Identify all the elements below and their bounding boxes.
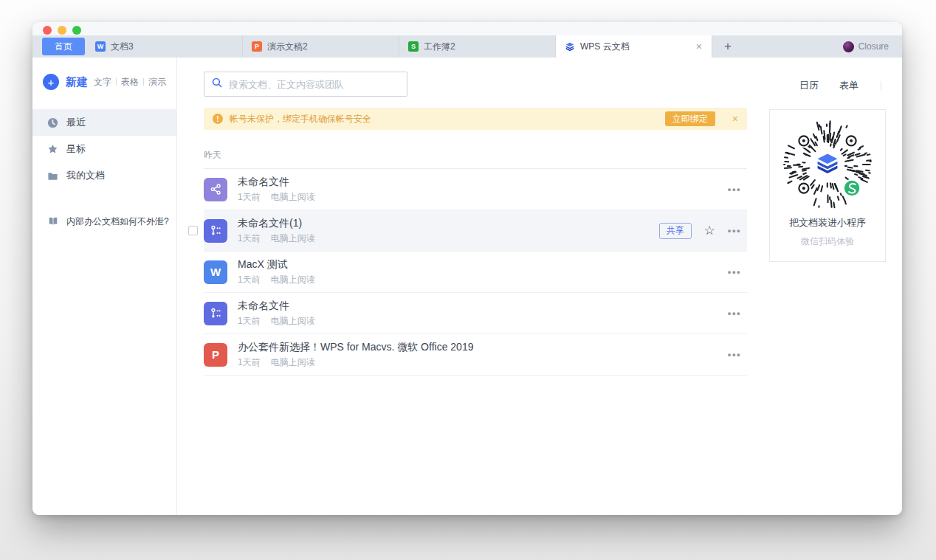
- warning-icon: !: [213, 114, 223, 124]
- tab-label: 工作簿2: [424, 41, 455, 53]
- calendar-link[interactable]: 日历: [799, 79, 819, 92]
- meta-time: 1天前: [238, 315, 261, 328]
- flowchart-icon: [204, 302, 227, 325]
- tab-label: 文档3: [111, 41, 134, 53]
- wechat-qr-code: [782, 119, 873, 210]
- document-title: MacX 测试: [238, 258, 315, 272]
- document-meta: 1天前 电脑上阅读: [238, 315, 315, 328]
- banner-text: 帐号未保护，绑定手机确保帐号安全: [230, 113, 371, 125]
- minimize-window-button[interactable]: [58, 26, 66, 35]
- star-outline-icon[interactable]: ☆: [704, 224, 715, 237]
- new-document-button[interactable]: + 新建: [43, 74, 88, 90]
- meta-time: 1天前: [238, 356, 261, 369]
- wechat-mini-program-icon: [844, 180, 861, 197]
- document-row[interactable]: P 办公套件新选择！WPS for Macvs. 微软 Office 2019 …: [204, 334, 747, 376]
- writer-doc-icon: W: [204, 260, 227, 284]
- document-list-column: ! 帐号未保护，绑定手机确保帐号安全 立即绑定 × 昨天: [204, 72, 747, 515]
- close-window-button[interactable]: [43, 26, 52, 35]
- meta-source: 电脑上阅读: [271, 356, 315, 369]
- sidebar-item-starred[interactable]: 星标: [32, 136, 176, 162]
- close-tab-icon[interactable]: ×: [694, 41, 704, 52]
- desktop-background: 首页 W 文档3 P 演示文稿2 S 工作簿2: [0, 0, 936, 560]
- share-nodes-icon: [204, 178, 227, 201]
- meta-source: 电脑上阅读: [271, 274, 315, 286]
- bind-now-button[interactable]: 立即绑定: [665, 111, 715, 126]
- tab-label: WPS 云文档: [580, 41, 630, 53]
- search-box[interactable]: [204, 72, 407, 97]
- document-row[interactable]: W MacX 测试 1天前 电脑上阅读 •••: [204, 252, 747, 293]
- username-label: Closure: [858, 41, 889, 52]
- sidebar-item-my-documents[interactable]: 我的文档: [32, 162, 176, 189]
- meta-source: 电脑上阅读: [271, 315, 315, 328]
- sidebar-promo-label: 内部办公文档如何不外泄?: [66, 215, 169, 228]
- tab-workbook2[interactable]: S 工作簿2: [399, 35, 556, 58]
- quick-create-presentation[interactable]: 演示: [144, 76, 171, 89]
- row-checkbox[interactable]: [188, 226, 198, 235]
- sidebar-item-label: 星标: [66, 142, 86, 156]
- document-row[interactable]: 未命名文件(1) 1天前 电脑上阅读 共享 ☆ •••: [204, 210, 747, 252]
- meta-source: 电脑上阅读: [271, 191, 315, 204]
- zoom-window-button[interactable]: [72, 26, 81, 35]
- tab-bar: 首页 W 文档3 P 演示文稿2 S 工作簿2: [32, 35, 902, 58]
- avatar: [843, 41, 854, 52]
- top-links: 日历 表单: [799, 72, 886, 92]
- row-text: 未命名文件(1) 1天前 电脑上阅读: [238, 217, 315, 245]
- forms-link[interactable]: 表单: [839, 79, 858, 92]
- document-row[interactable]: 未命名文件 1天前 电脑上阅读 •••: [204, 169, 747, 210]
- tab-home[interactable]: 首页: [42, 38, 85, 55]
- sidebar-promo-link[interactable]: 内部办公文档如何不外泄?: [32, 208, 176, 235]
- book-icon: [47, 216, 58, 227]
- cloud-docs-icon: [565, 41, 575, 52]
- more-actions-icon[interactable]: •••: [728, 349, 741, 360]
- document-row[interactable]: 未命名文件 1天前 电脑上阅读 •••: [204, 293, 747, 334]
- window-titlebar: [32, 22, 902, 35]
- main-area: ! 帐号未保护，绑定手机确保帐号安全 立即绑定 × 昨天: [177, 58, 902, 515]
- app-body: + 新建 文字 表格 演示: [32, 58, 902, 515]
- more-actions-icon[interactable]: •••: [728, 225, 741, 236]
- more-actions-icon[interactable]: •••: [728, 184, 741, 195]
- quick-create-sheet[interactable]: 表格: [117, 76, 143, 89]
- document-meta: 1天前 电脑上阅读: [238, 232, 315, 245]
- sidebar-new-row: + 新建 文字 表格 演示: [32, 74, 176, 90]
- row-text: 办公套件新选择！WPS for Macvs. 微软 Office 2019 1天…: [238, 341, 473, 369]
- right-panel: 日历 表单: [769, 72, 886, 515]
- share-button[interactable]: 共享: [659, 223, 692, 239]
- tab-wps-cloud-docs[interactable]: WPS 云文档 ×: [556, 35, 712, 58]
- tab-presentation2[interactable]: P 演示文稿2: [243, 35, 399, 58]
- document-meta: 1天前 电脑上阅读: [238, 274, 315, 286]
- meta-source: 电脑上阅读: [271, 232, 315, 245]
- banner-close-icon[interactable]: ×: [732, 113, 738, 125]
- row-text: MacX 测试 1天前 电脑上阅读: [238, 258, 315, 286]
- meta-time: 1天前: [238, 191, 261, 204]
- search-icon: [212, 77, 222, 91]
- folder-icon: [47, 170, 58, 182]
- more-actions-icon[interactable]: •••: [728, 308, 741, 319]
- quick-create-links: 文字 表格 演示: [89, 76, 171, 89]
- user-account[interactable]: Closure: [843, 35, 902, 58]
- mini-program-qr-card: 把文档装进小程序 微信扫码体验: [769, 109, 886, 262]
- presentation-doc-icon: P: [252, 41, 262, 52]
- flowchart-icon: [204, 219, 227, 243]
- more-actions-icon[interactable]: •••: [728, 266, 741, 277]
- tab-document3[interactable]: W 文档3: [86, 35, 243, 58]
- document-title: 办公套件新选择！WPS for Macvs. 微软 Office 2019: [238, 341, 473, 354]
- quick-create-writer[interactable]: 文字: [89, 76, 116, 89]
- wps-window: 首页 W 文档3 P 演示文稿2 S 工作簿2: [32, 22, 902, 515]
- qr-card-subtitle: 微信扫码体验: [801, 235, 854, 248]
- writer-doc-icon: W: [95, 41, 106, 52]
- spreadsheet-doc-icon: S: [408, 41, 419, 52]
- document-meta: 1天前 电脑上阅读: [238, 191, 315, 204]
- sidebar-item-recent[interactable]: 最近: [32, 109, 176, 136]
- search-input[interactable]: [229, 79, 399, 90]
- sidebar: + 新建 文字 表格 演示: [32, 58, 177, 515]
- account-security-banner: ! 帐号未保护，绑定手机确保帐号安全 立即绑定 ×: [204, 108, 747, 130]
- tab-label: 演示文稿2: [267, 41, 308, 53]
- meta-time: 1天前: [238, 274, 261, 286]
- qr-card-title: 把文档装进小程序: [789, 216, 866, 229]
- presentation-doc-icon: P: [204, 343, 227, 367]
- sidebar-item-label: 最近: [66, 116, 86, 129]
- new-tab-button[interactable]: +: [712, 35, 743, 58]
- document-title: 未命名文件: [238, 300, 315, 313]
- tab-home-label: 首页: [55, 41, 72, 53]
- document-title: 未命名文件: [238, 176, 315, 189]
